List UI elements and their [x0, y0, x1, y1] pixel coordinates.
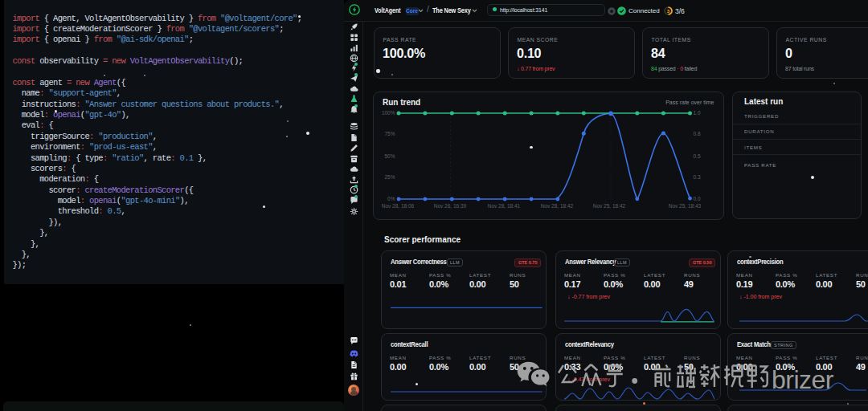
svg-text:3: 3: [667, 9, 670, 14]
svg-text:brizer: brizer: [772, 365, 834, 394]
